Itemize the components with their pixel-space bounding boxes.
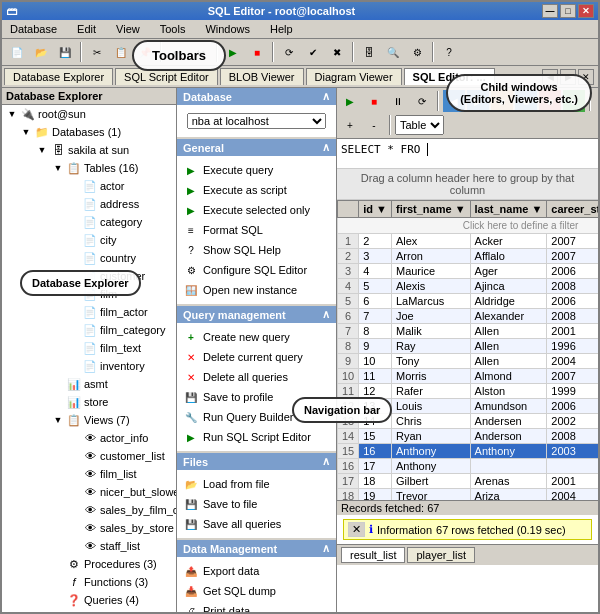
col-id[interactable]: id ▼ [359, 201, 392, 218]
toolbar-btn-settings[interactable]: ⚙ [406, 41, 428, 63]
sql-btn-7[interactable]: + [339, 114, 361, 136]
minimize-button[interactable]: — [542, 4, 558, 18]
maximize-button[interactable]: □ [560, 4, 576, 18]
tree-node-view-customer_list[interactable]: 👁 customer_list [2, 447, 176, 465]
action-delete-query[interactable]: ✕ Delete current query [179, 347, 334, 367]
toolbar-btn-cut[interactable]: ✂ [86, 41, 108, 63]
tree-node-asmt[interactable]: 📊 asmt [2, 375, 176, 393]
sql-btn-run[interactable]: ▶ [339, 90, 361, 112]
toolbar-btn-open[interactable]: 📂 [30, 41, 52, 63]
toolbar-btn-save[interactable]: 💾 [54, 41, 76, 63]
tree-node-table-address[interactable]: 📄 address [2, 195, 176, 213]
toolbar-btn-explorer[interactable]: 🗄 [358, 41, 380, 63]
sql-btn-next[interactable]: ▶ [467, 90, 489, 112]
action-format-sql[interactable]: ≡ Format SQL [179, 220, 334, 240]
action-save-all[interactable]: 💾 Save all queries [179, 514, 334, 534]
sql-btn-pause[interactable]: ⏸ [387, 90, 409, 112]
tree-node-funcs[interactable]: f Functions (3) [2, 573, 176, 591]
action-configure[interactable]: ⚙ Configure SQL Editor [179, 260, 334, 280]
tree-node-queries-sakila[interactable]: ❓ Queries (4) [2, 591, 176, 609]
tab-nav-right[interactable]: ▶ [560, 69, 576, 85]
tree-node-table-country[interactable]: 📄 country [2, 249, 176, 267]
sql-btn-5[interactable]: ■ [539, 90, 561, 112]
menu-view[interactable]: View [112, 22, 144, 36]
toolbar-btn-stop[interactable]: ■ [246, 41, 268, 63]
menu-edit[interactable]: Edit [73, 22, 100, 36]
tab-blob-viewer[interactable]: BLOB Viewer [220, 68, 304, 85]
tree-node-table-film[interactable]: 📄 film [2, 285, 176, 303]
toolbar-btn-filter[interactable]: 🔍 [382, 41, 404, 63]
tree-node-views[interactable]: ▼ 📋 Views (7) [2, 411, 176, 429]
tab-nav-left[interactable]: ◀ [542, 69, 558, 85]
action-query-builder[interactable]: 🔧 Run Query Builder [179, 407, 334, 427]
toolbar-btn-run[interactable]: ▶ [222, 41, 244, 63]
tree-node-table-film_actor[interactable]: 📄 film_actor [2, 303, 176, 321]
sql-btn-prev[interactable]: ◀ [443, 90, 465, 112]
tree-node-table-film_category[interactable]: 📄 film_category [2, 321, 176, 339]
tree-node-table-customer[interactable]: 📄 customer [2, 267, 176, 285]
toolbar-btn-commit[interactable]: ✔ [302, 41, 324, 63]
close-button[interactable]: ✕ [578, 4, 594, 18]
tree-node-view-sales_by_film_categor___[interactable]: 👁 sales_by_film_categor... [2, 501, 176, 519]
action-new-instance[interactable]: 🪟 Open new instance [179, 280, 334, 300]
tree-node-table-category[interactable]: 📄 category [2, 213, 176, 231]
info-close-btn[interactable]: ✕ [348, 522, 365, 537]
tab-db-explorer[interactable]: Database Explorer [4, 68, 113, 85]
tree-node-sakila[interactable]: ▼ 🗄 sakila at sun [2, 141, 176, 159]
col-career-start[interactable]: career_start_year ▼ [547, 201, 598, 218]
action-sql-dump[interactable]: 📥 Get SQL dump [179, 581, 334, 601]
col-rownum[interactable] [338, 201, 359, 218]
col-first-name[interactable]: first_name ▼ [391, 201, 470, 218]
action-load-file[interactable]: 📂 Load from file [179, 474, 334, 494]
filter-row[interactable]: Click here to define a filter [338, 218, 599, 234]
action-print[interactable]: 🖨 Print data [179, 601, 334, 614]
menu-tools[interactable]: Tools [156, 22, 190, 36]
toolbar-btn-refresh[interactable]: ⟳ [278, 41, 300, 63]
toolbar-btn-rollback[interactable]: ✖ [326, 41, 348, 63]
view-type-select[interactable]: Table Form Text [395, 115, 444, 135]
tab-diagram[interactable]: Diagram Viewer [306, 68, 402, 85]
menu-help[interactable]: Help [266, 22, 297, 36]
toolbar-btn-help[interactable]: ? [438, 41, 460, 63]
action-delete-all[interactable]: ✕ Delete all queries [179, 367, 334, 387]
tree-node-dbs-sun[interactable]: ▼ 📁 Databases (1) [2, 123, 176, 141]
tree-node-view-actor_info[interactable]: 👁 actor_info [2, 429, 176, 447]
sql-btn-3[interactable]: ■ [491, 90, 513, 112]
query-mgmt-header[interactable]: Query management ∧ [177, 306, 336, 323]
menu-database[interactable]: Database [6, 22, 61, 36]
tree-node-procs[interactable]: ⚙ Procedures (3) [2, 555, 176, 573]
action-show-help[interactable]: ? Show SQL Help [179, 240, 334, 260]
tree-node-tables[interactable]: ▼ 📋 Tables (16) [2, 159, 176, 177]
sql-btn-8[interactable]: - [363, 114, 385, 136]
tab-sql-editor[interactable]: SQL Editor: ... [404, 68, 495, 85]
action-export[interactable]: 📤 Export data [179, 561, 334, 581]
tree-node-table-film_text[interactable]: 📄 film_text [2, 339, 176, 357]
toolbar-btn-new[interactable]: 📄 [6, 41, 28, 63]
tree-node-root-sun[interactable]: ▼ 🔌 root@sun [2, 105, 176, 123]
data-mgmt-header[interactable]: Data Management ∧ [177, 540, 336, 557]
action-run-script[interactable]: ▶ Run SQL Script Editor [179, 427, 334, 447]
col-last-name[interactable]: last_name ▼ [470, 201, 547, 218]
tree-node-table-actor[interactable]: 📄 actor [2, 177, 176, 195]
action-save-profile[interactable]: 💾 Save to profile [179, 387, 334, 407]
tree-node-root-neptun[interactable]: ▶ 🔌 root@neptun [2, 609, 176, 614]
files-section-header[interactable]: Files ∧ [177, 453, 336, 470]
toolbar-btn-paste[interactable]: 📌 [134, 41, 156, 63]
toolbar-btn-redo[interactable]: ↪ [190, 41, 212, 63]
data-grid[interactable]: id ▼ first_name ▼ last_name ▼ career_sta… [337, 200, 598, 500]
toolbar-btn-copy[interactable]: 📋 [110, 41, 132, 63]
action-execute-script[interactable]: ▶ Execute as script [179, 180, 334, 200]
action-create-query[interactable]: + Create new query [179, 327, 334, 347]
sql-editor-text-area[interactable]: SELECT * FRO [337, 139, 598, 169]
tree-node-view-nicer_but_slower_film____[interactable]: 👁 nicer_but_slower_film_... [2, 483, 176, 501]
action-save-file[interactable]: 💾 Save to file [179, 494, 334, 514]
sql-btn-6[interactable]: ■ [563, 90, 585, 112]
tree-node-view-film_list[interactable]: 👁 film_list [2, 465, 176, 483]
db-dropdown[interactable]: nba at localhost sakila at sun [187, 113, 327, 129]
tree-node-view-staff_list[interactable]: 👁 staff_list [2, 537, 176, 555]
tab-sql-script[interactable]: SQL Script Editor [115, 68, 218, 85]
tab-player-list[interactable]: player_list [407, 547, 475, 563]
sql-btn-4[interactable]: ■ [515, 90, 537, 112]
sql-btn-refresh[interactable]: ⟳ [411, 90, 433, 112]
tab-nav-close[interactable]: ✕ [578, 69, 594, 85]
